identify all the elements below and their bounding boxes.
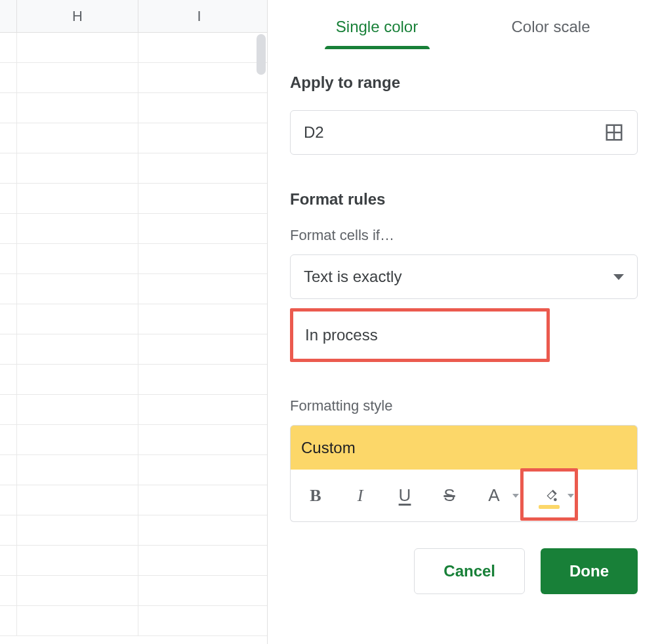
grid-cell[interactable] — [138, 123, 267, 153]
grid-cell[interactable] — [17, 304, 138, 334]
grid-row[interactable] — [0, 455, 267, 485]
grid-cell[interactable] — [0, 365, 17, 394]
fill-color-button[interactable] — [535, 481, 574, 510]
grid-cell[interactable] — [138, 93, 267, 123]
text-color-button[interactable]: A — [480, 481, 519, 510]
grid-cell[interactable] — [17, 33, 138, 62]
grid-cell[interactable] — [0, 425, 17, 454]
grid-cell[interactable] — [0, 33, 17, 62]
grid-cell[interactable] — [138, 365, 267, 394]
italic-button[interactable]: I — [346, 481, 375, 510]
underline-button[interactable]: U — [390, 481, 419, 510]
grid-row[interactable] — [0, 485, 267, 515]
grid-cell[interactable] — [17, 395, 138, 424]
grid-cell[interactable] — [138, 576, 267, 605]
bold-button[interactable]: B — [301, 481, 330, 510]
grid-cell[interactable] — [0, 214, 17, 243]
grid-cell[interactable] — [17, 214, 138, 243]
grid-cell[interactable] — [0, 606, 17, 635]
grid-cell[interactable] — [17, 93, 138, 123]
grid-cell[interactable] — [138, 395, 267, 424]
grid-cell[interactable] — [0, 93, 17, 123]
grid-cell[interactable] — [138, 304, 267, 334]
style-preview[interactable]: Custom — [290, 425, 638, 470]
grid-cell[interactable] — [138, 244, 267, 273]
grid-cell[interactable] — [17, 274, 138, 304]
grid-row[interactable] — [0, 334, 267, 365]
grid-row[interactable] — [0, 425, 267, 455]
cancel-button[interactable]: Cancel — [414, 548, 525, 594]
grid-cell[interactable] — [17, 153, 138, 183]
grid-row[interactable] — [0, 93, 267, 123]
grid-cell[interactable] — [0, 485, 17, 515]
grid-row[interactable] — [0, 123, 267, 153]
range-input[interactable]: D2 — [290, 110, 638, 155]
grid-cell[interactable] — [0, 153, 17, 183]
grid-row[interactable] — [0, 365, 267, 395]
done-button[interactable]: Done — [541, 548, 638, 594]
grid-cell[interactable] — [138, 184, 267, 213]
grid-cell[interactable] — [0, 274, 17, 304]
condition-value-input[interactable]: In process — [290, 308, 550, 362]
grid-cell[interactable] — [0, 123, 17, 153]
grid-cell[interactable] — [17, 184, 138, 213]
grid-row[interactable] — [0, 244, 267, 274]
grid-cell[interactable] — [138, 606, 267, 635]
grid-cell[interactable] — [17, 63, 138, 92]
grid-cell[interactable] — [0, 184, 17, 213]
tab-single-color[interactable]: Single color — [290, 2, 464, 52]
grid-cell[interactable] — [17, 334, 138, 364]
grid-cell[interactable] — [17, 365, 138, 394]
grid-cell[interactable] — [138, 153, 267, 183]
grid-row[interactable] — [0, 184, 267, 214]
grid-cell[interactable] — [17, 244, 138, 273]
grid-row[interactable] — [0, 515, 267, 546]
grid-rows[interactable] — [0, 33, 267, 636]
grid-cell[interactable] — [0, 515, 17, 545]
tab-color-scale[interactable]: Color scale — [464, 2, 638, 52]
vertical-scrollbar[interactable] — [257, 34, 266, 75]
grid-cell[interactable] — [17, 425, 138, 454]
grid-cell[interactable] — [138, 455, 267, 485]
grid-row[interactable] — [0, 214, 267, 244]
grid-row[interactable] — [0, 153, 267, 184]
grid-cell[interactable] — [138, 33, 267, 62]
grid-cell[interactable] — [0, 546, 17, 575]
grid-cell[interactable] — [138, 334, 267, 364]
grid-cell[interactable] — [0, 244, 17, 273]
grid-cell[interactable] — [0, 63, 17, 92]
grid-cell[interactable] — [17, 576, 138, 605]
grid-row[interactable] — [0, 395, 267, 425]
grid-row[interactable] — [0, 546, 267, 576]
grid-cell[interactable] — [138, 63, 267, 92]
strikethrough-button[interactable]: S — [435, 481, 464, 510]
spreadsheet-grid[interactable]: H I — [0, 0, 268, 644]
grid-cell[interactable] — [138, 274, 267, 304]
grid-row[interactable] — [0, 606, 267, 636]
column-header-blank[interactable] — [0, 0, 17, 32]
grid-row[interactable] — [0, 274, 267, 304]
grid-cell[interactable] — [138, 546, 267, 575]
grid-row[interactable] — [0, 63, 267, 93]
grid-cell[interactable] — [138, 425, 267, 454]
grid-cell[interactable] — [138, 515, 267, 545]
grid-cell[interactable] — [17, 455, 138, 485]
grid-cell[interactable] — [138, 485, 267, 515]
grid-row[interactable] — [0, 304, 267, 334]
column-header-h[interactable]: H — [17, 0, 138, 32]
grid-cell[interactable] — [17, 123, 138, 153]
grid-cell[interactable] — [17, 606, 138, 635]
column-header-i[interactable]: I — [138, 0, 260, 32]
grid-cell[interactable] — [17, 515, 138, 545]
grid-cell[interactable] — [138, 214, 267, 243]
grid-cell[interactable] — [17, 546, 138, 575]
condition-select[interactable]: Text is exactly — [290, 254, 638, 299]
grid-cell[interactable] — [0, 455, 17, 485]
grid-row[interactable] — [0, 33, 267, 63]
grid-cell[interactable] — [0, 334, 17, 364]
grid-cell[interactable] — [0, 576, 17, 605]
grid-cell[interactable] — [0, 304, 17, 334]
select-range-icon[interactable] — [604, 123, 624, 142]
grid-cell[interactable] — [0, 395, 17, 424]
grid-cell[interactable] — [17, 485, 138, 515]
